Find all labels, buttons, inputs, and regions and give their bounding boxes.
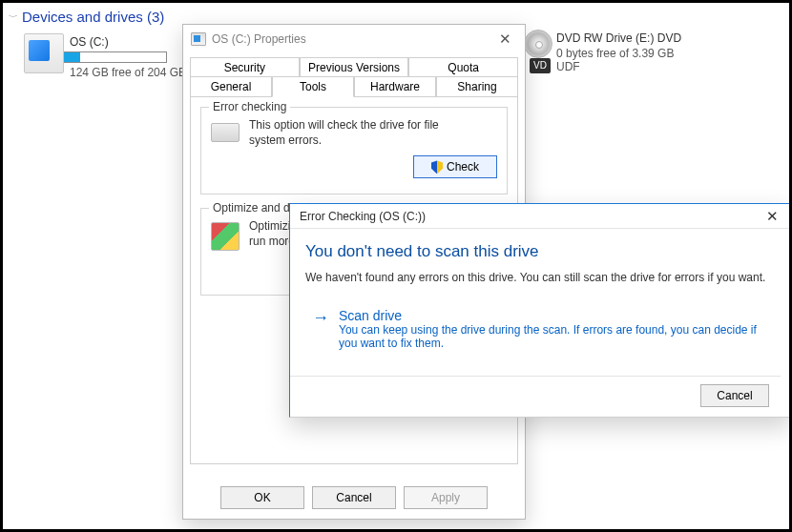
dialog-titlebar[interactable]: Error Checking (OS (C:)) ✕ — [290, 204, 792, 229]
dialog-message: We haven't found any errors on this driv… — [305, 271, 777, 284]
dialog-footer: OK Cancel Apply — [183, 486, 525, 509]
tab-security[interactable]: Security — [190, 57, 300, 77]
check-button[interactable]: Check — [413, 155, 497, 178]
dialog-titlebar[interactable]: OS (C:) Properties ✕ — [183, 25, 525, 53]
error-checking-dialog: Error Checking (OS (C:)) ✕ You don't nee… — [289, 203, 792, 418]
dialog-footer: Cancel — [290, 376, 781, 407]
cancel-button[interactable]: Cancel — [312, 486, 396, 509]
drive-item-dvd[interactable]: DVD RW Drive (E:) DVD 0 bytes free of 3.… — [556, 31, 681, 73]
drive-icon — [211, 123, 240, 142]
devices-section-header[interactable]: ﹀ Devices and drives (3) — [9, 9, 164, 25]
tab-hardware[interactable]: Hardware — [354, 76, 436, 97]
tab-tools[interactable]: Tools — [272, 76, 354, 97]
dvd-badge: VD — [530, 58, 551, 73]
shield-icon — [431, 160, 443, 174]
drive-free-text: 0 bytes free of 3.39 GB — [556, 47, 681, 60]
scan-drive-action[interactable]: → Scan drive You can keep using the driv… — [305, 301, 777, 357]
hdd-icon — [24, 33, 64, 73]
action-title: Scan drive — [339, 308, 770, 323]
tab-quota[interactable]: Quota — [408, 57, 518, 77]
close-icon[interactable]: ✕ — [762, 208, 782, 225]
defrag-icon — [211, 222, 240, 251]
drive-title: DVD RW Drive (E:) DVD — [556, 31, 681, 45]
dialog-title: OS (C:) Properties — [212, 32, 306, 46]
error-checking-group: Error checking This option will check th… — [200, 107, 508, 194]
tab-sharing[interactable]: Sharing — [436, 76, 518, 97]
tab-previous-versions[interactable]: Previous Versions — [300, 57, 409, 77]
disc-icon — [524, 30, 552, 58]
chevron-down-icon: ﹀ — [9, 10, 18, 23]
dialog-heading: You don't need to scan this drive — [305, 242, 777, 261]
drive-icon — [191, 32, 206, 46]
ok-button[interactable]: OK — [220, 486, 304, 509]
close-icon[interactable]: ✕ — [493, 29, 517, 50]
check-button-label: Check — [447, 160, 479, 174]
section-title: Devices and drives (3) — [22, 9, 164, 25]
dialog-title: Error Checking (OS (C:)) — [300, 210, 426, 223]
action-subtitle: You can keep using the drive during the … — [339, 323, 770, 350]
apply-button[interactable]: Apply — [404, 486, 488, 509]
cancel-button[interactable]: Cancel — [700, 384, 769, 407]
arrow-right-icon: → — [312, 309, 329, 326]
tab-general[interactable]: General — [190, 76, 272, 97]
explorer-window: ﹀ Devices and drives (3) OS (C:) 124 GB … — [0, 0, 792, 532]
error-checking-text: This option will check the drive for fil… — [249, 117, 449, 148]
group-legend: Error checking — [209, 100, 290, 113]
drive-fs: UDF — [556, 60, 681, 73]
